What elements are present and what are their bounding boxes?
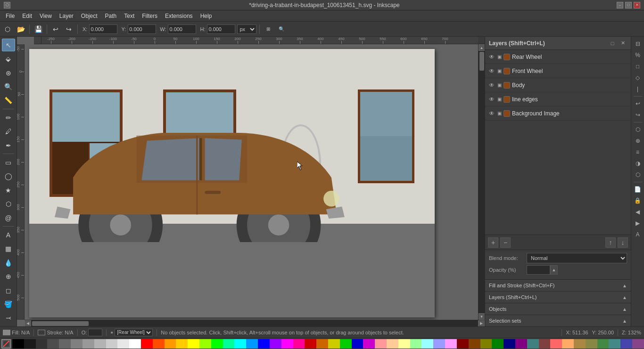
new-button[interactable]: ⬡ [2, 24, 13, 35]
fill-tool[interactable]: 🪣 [2, 298, 15, 310]
scroll-right-button[interactable]: ▶ [478, 320, 485, 327]
color-swatch[interactable] [469, 339, 480, 349]
unit-select[interactable]: px mm cm [237, 24, 256, 34]
layer-item-line-edges[interactable]: 👁 ▣ line edges [485, 92, 631, 106]
snap-guide[interactable]: | [633, 84, 643, 94]
text-tool[interactable]: A [2, 228, 15, 241]
x-input[interactable] [89, 24, 117, 34]
fill-stroke-header[interactable]: Fill and Stroke (Shift+Ctrl+F) ▲ [485, 280, 631, 291]
zoom-prev[interactable]: ◀ [633, 207, 643, 217]
color-swatch[interactable] [270, 339, 281, 349]
layer-lock-line-edges[interactable]: ▣ [497, 97, 502, 102]
w-input[interactable] [168, 24, 196, 34]
color-swatch[interactable] [562, 339, 574, 349]
3dbox-tool[interactable]: ⬡ [2, 197, 15, 210]
menu-path[interactable]: Path [101, 12, 121, 20]
layer-visibility-background-image[interactable]: 👁 [488, 110, 495, 117]
color-swatch[interactable] [375, 339, 387, 349]
node-tool[interactable]: ⬙ [2, 52, 15, 65]
undo-button[interactable]: ↩ [50, 24, 61, 35]
spiral-tool[interactable]: @ [2, 211, 15, 224]
rectangle-tool[interactable]: ▭ [2, 156, 15, 169]
color-swatch[interactable] [527, 339, 539, 349]
layer-visibility-body[interactable]: 👁 [488, 81, 495, 89]
color-swatch[interactable] [36, 339, 48, 349]
snap-node[interactable]: ◇ [633, 73, 643, 83]
spray-tool[interactable]: ⊕ [2, 270, 15, 283]
layer-lock-rear-wheel[interactable]: ▣ [497, 54, 502, 59]
color-swatch[interactable] [176, 339, 188, 349]
measure-tool[interactable]: 📏 [2, 94, 15, 107]
scroll-up-button[interactable]: ▲ [479, 44, 485, 51]
menu-help[interactable]: Help [197, 12, 216, 20]
remove-layer-button[interactable]: − [500, 237, 511, 248]
dropper-tool[interactable]: 💧 [2, 256, 15, 269]
color-swatch[interactable] [199, 339, 211, 349]
scroll-track-vertical[interactable] [479, 51, 485, 313]
color-swatch[interactable] [504, 339, 515, 349]
color-swatch[interactable] [340, 339, 352, 349]
layers-close-button[interactable]: ✕ [619, 39, 627, 48]
color-swatch[interactable] [188, 339, 199, 349]
redo-button[interactable]: ↪ [63, 24, 74, 35]
save-button[interactable]: 💾 [33, 24, 44, 35]
fill-stroke-btn[interactable]: ◑ [633, 158, 643, 169]
layer-visibility-line-edges[interactable]: 👁 [488, 96, 495, 103]
menu-filters[interactable]: Filters [138, 12, 161, 20]
color-swatch[interactable] [574, 339, 586, 349]
snap-global[interactable]: % [633, 50, 643, 60]
layer-item-body[interactable]: 👁 ▣ Body [485, 78, 631, 92]
layer-item-background-image[interactable]: 👁 ▣ Background Image [485, 106, 631, 121]
color-swatch[interactable] [106, 339, 118, 349]
y-input[interactable] [128, 24, 156, 34]
scroll-left-button[interactable]: ◀ [25, 320, 31, 327]
align-button[interactable]: ≡ [633, 147, 643, 157]
snap-bbox[interactable]: □ [633, 61, 643, 72]
canvas-scroll[interactable] [25, 44, 478, 320]
undo-history[interactable]: ↩ [633, 98, 643, 109]
color-swatch[interactable] [421, 339, 433, 349]
color-swatch[interactable] [24, 339, 36, 349]
select-tool[interactable]: ↖ [2, 39, 15, 51]
window-controls[interactable]: – □ ✕ [617, 2, 640, 8]
color-swatch[interactable] [387, 339, 398, 349]
objects-btn[interactable]: ⬡ [633, 170, 643, 180]
layers-minimize-button[interactable]: □ [608, 39, 617, 48]
eraser-tool[interactable]: ◻ [2, 284, 15, 297]
zoom-next[interactable]: ▶ [633, 218, 643, 228]
layer-visibility-front-wheel[interactable]: 👁 [488, 67, 495, 75]
no-fill-button[interactable] [1, 339, 11, 349]
color-swatch[interactable] [94, 339, 106, 349]
zoom-button[interactable]: 🔍 [276, 24, 287, 35]
snap-button[interactable]: ⊟ [633, 39, 643, 49]
color-swatch[interactable] [363, 339, 375, 349]
scroll-track-horizontal[interactable] [31, 320, 478, 327]
color-swatch[interactable] [71, 339, 83, 349]
color-swatch[interactable] [281, 339, 293, 349]
layer-select[interactable]: [Rear Wheel] [115, 329, 153, 336]
move-layer-down-button[interactable]: ↓ [618, 237, 628, 248]
color-swatch[interactable] [445, 339, 457, 349]
minimize-button[interactable]: – [617, 2, 623, 8]
color-swatch[interactable] [141, 339, 153, 349]
menu-extensions[interactable]: Extensions [161, 12, 197, 20]
menu-object[interactable]: Object [77, 12, 101, 20]
color-swatch[interactable] [165, 339, 176, 349]
opacity-increment-button[interactable]: ▲ [550, 265, 558, 275]
horizontal-scrollbar[interactable]: ◀ ▶ [25, 320, 485, 326]
connector-tool[interactable]: ⤙ [2, 312, 15, 325]
color-swatch[interactable] [492, 339, 504, 349]
color-swatch[interactable] [293, 339, 305, 349]
calligraphy-tool[interactable]: ✒ [2, 139, 15, 152]
color-swatch[interactable] [609, 339, 620, 349]
star-tool[interactable]: ★ [2, 184, 15, 196]
open-button[interactable]: 📂 [15, 24, 26, 35]
color-swatch[interactable] [539, 339, 551, 349]
scroll-down-button[interactable]: ▼ [479, 313, 485, 320]
color-swatch[interactable] [223, 339, 235, 349]
color-swatch[interactable] [480, 339, 492, 349]
color-swatch[interactable] [457, 339, 469, 349]
layer-lock-background-image[interactable]: ▣ [497, 111, 502, 116]
add-layer-button[interactable]: + [488, 237, 498, 248]
xml-editor[interactable]: ⬡ [633, 124, 643, 135]
